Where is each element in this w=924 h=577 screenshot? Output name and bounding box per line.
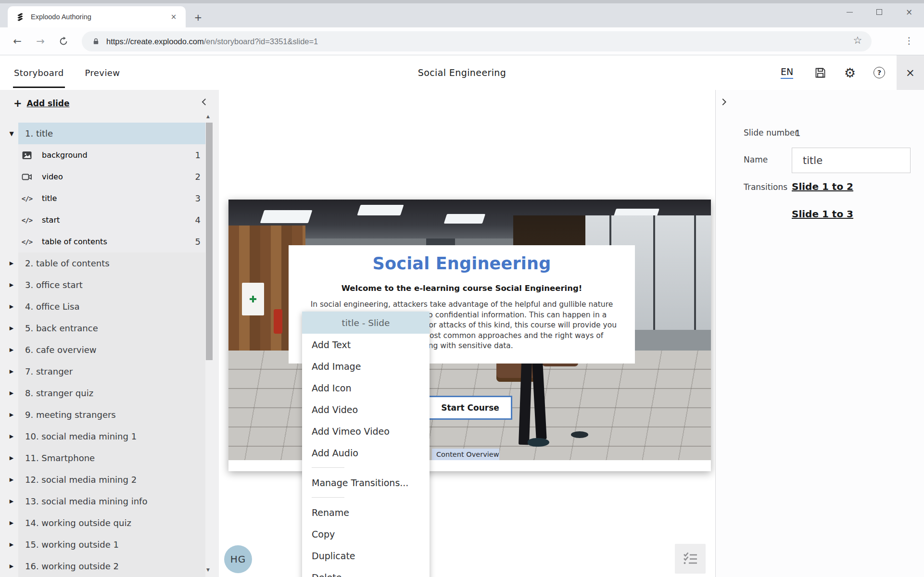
slide-item[interactable]: ▶11. Smartphone [18, 447, 205, 469]
sidebar-scrollbar-thumb[interactable] [206, 123, 213, 360]
element-row-video[interactable]: video 2 [18, 166, 205, 188]
menu-item-add-vimeo-video[interactable]: Add Vimeo Video [302, 420, 430, 442]
element-row-title[interactable]: </> title 3 [18, 188, 205, 209]
slide-item[interactable]: ▶8. stranger quiz [18, 382, 205, 404]
slide-item[interactable]: ▶2. table of contents [18, 252, 205, 274]
user-avatar[interactable]: HG [224, 545, 252, 573]
forward-button[interactable]: → [33, 34, 48, 49]
slide-item[interactable]: ▶16. working outside 2 [18, 555, 205, 577]
slide-item[interactable]: ▶14. working outside quiz [18, 512, 205, 534]
window-close-button[interactable]: × [894, 4, 924, 20]
element-row-background[interactable]: background 1 [18, 144, 205, 166]
caret-right-icon[interactable]: ▶ [7, 433, 16, 439]
sidebar-collapse-button[interactable] [199, 97, 212, 109]
slide-item[interactable]: ▶15. working outside 1 [18, 534, 205, 555]
scroll-up-icon[interactable]: ▲ [206, 114, 210, 119]
caret-right-icon[interactable]: ▶ [7, 477, 16, 483]
slide-context-menu: title - Slide Add Text Add Image Add Ico… [302, 312, 430, 577]
menu-item-add-icon[interactable]: Add Icon [302, 377, 430, 399]
video-icon [21, 171, 33, 183]
help-button[interactable]: ? [872, 55, 886, 90]
menu-item-add-image[interactable]: Add Image [302, 355, 430, 377]
language-switcher[interactable]: EN [777, 55, 797, 90]
caret-right-icon[interactable]: ▶ [7, 498, 16, 504]
menu-item-add-video[interactable]: Add Video [302, 399, 430, 420]
transitions-label: Transitions [744, 182, 787, 192]
element-row-table-of-contents[interactable]: </> table of contents 5 [18, 231, 205, 252]
content-overview-label: Content Overview [436, 451, 499, 458]
caret-right-icon[interactable]: ▶ [7, 412, 16, 418]
slide-name-input[interactable] [792, 148, 911, 173]
browser-menu-icon[interactable]: ⋮ [902, 33, 916, 48]
transition-link-1-to-2[interactable]: Slide 1 to 2 [792, 181, 853, 192]
slide-item-label: 9. meeting strangers [25, 410, 116, 420]
tab-storyboard[interactable]: Storyboard [13, 57, 65, 88]
settings-button[interactable]: ⚙ [843, 55, 857, 90]
tab-title: Exploodo Authoring [31, 13, 168, 21]
slide-1-elements: background 1 video 2 </> title 3 </> sta… [18, 144, 205, 252]
caret-right-icon[interactable]: ▶ [7, 303, 16, 310]
slide-item[interactable]: ▶9. meeting strangers [18, 404, 205, 426]
content-overview-tab[interactable]: Content Overview [432, 449, 499, 460]
slide-item[interactable]: ▶4. office Lisa [18, 296, 205, 317]
slide-preview[interactable]: Social Engineering Welcome to the e-lear… [228, 200, 711, 471]
bookmark-star-icon[interactable]: ☆ [850, 33, 865, 48]
start-course-button[interactable]: Start Course [428, 396, 512, 420]
slide-item-1-title-selected[interactable]: ▼ 1. title [18, 123, 205, 144]
caret-right-icon[interactable]: ▶ [7, 282, 16, 288]
lock-icon[interactable] [92, 38, 100, 45]
checklist-button[interactable] [675, 544, 706, 574]
reload-button[interactable] [56, 34, 71, 49]
slide-item[interactable]: ▶10. social media mining 1 [18, 426, 205, 447]
tab-preview[interactable]: Preview [84, 57, 121, 88]
panel-expand-button[interactable] [719, 97, 730, 108]
back-button[interactable]: ← [10, 34, 25, 49]
url-text: https://create.exploodo.com/en/storyboar… [106, 37, 318, 46]
element-label: table of contents [42, 237, 107, 246]
element-row-start[interactable]: </> start 4 [18, 209, 205, 231]
caret-right-icon[interactable]: ▶ [7, 260, 16, 266]
slide-item[interactable]: ▶3. office start [18, 274, 205, 296]
add-slide-button[interactable]: + Add slide [13, 98, 70, 109]
tab-close-icon[interactable]: × [168, 12, 179, 22]
slide-item[interactable]: ▶5. back entrance [18, 317, 205, 339]
window-top-edge [0, 0, 924, 3]
element-label: background [42, 151, 88, 160]
transition-link-1-to-3[interactable]: Slide 1 to 3 [792, 208, 853, 220]
caret-right-icon[interactable]: ▶ [7, 347, 16, 353]
start-course-label: Start Course [441, 403, 499, 413]
save-button[interactable] [813, 55, 827, 90]
menu-item-copy[interactable]: Copy [302, 523, 430, 545]
caret-right-icon[interactable]: ▶ [7, 520, 16, 526]
slide-item[interactable]: ▶13. social media mining info [18, 490, 205, 512]
caret-right-icon[interactable]: ▶ [7, 368, 16, 375]
menu-item-manage-transitions[interactable]: Manage Transitions... [302, 472, 430, 493]
browser-tab[interactable]: Exploodo Authoring × [8, 6, 186, 27]
new-tab-button[interactable]: + [191, 11, 205, 24]
add-slide-label: Add slide [27, 99, 70, 108]
menu-item-add-text[interactable]: Add Text [302, 334, 430, 355]
caret-right-icon[interactable]: ▶ [7, 325, 16, 331]
menu-item-add-audio[interactable]: Add Audio [302, 442, 430, 464]
minimize-icon [847, 12, 853, 13]
slide-item[interactable]: ▶12. social media mining 2 [18, 469, 205, 490]
window-maximize-button[interactable] [864, 4, 894, 20]
scroll-down-icon[interactable]: ▼ [206, 567, 210, 572]
slide-background-photo[interactable]: Social Engineering Welcome to the e-lear… [228, 200, 711, 460]
storyboard-sidebar: + Add slide ▼ 1. title background 1 [0, 90, 219, 577]
caret-right-icon[interactable]: ▶ [7, 563, 16, 569]
caret-right-icon[interactable]: ▶ [7, 455, 16, 461]
app-close-button[interactable]: × [897, 55, 924, 90]
caret-right-icon[interactable]: ▶ [7, 390, 16, 396]
address-bar[interactable]: https://create.exploodo.com/en/storyboar… [82, 31, 872, 51]
menu-item-delete[interactable]: Delete [302, 566, 430, 577]
slide-item[interactable]: ▶7. stranger [18, 361, 205, 382]
menu-item-rename[interactable]: Rename [302, 502, 430, 523]
window-minimize-button[interactable] [835, 4, 864, 20]
slide-item[interactable]: ▶6. cafe overview [18, 339, 205, 361]
caret-right-icon[interactable]: ▶ [7, 541, 16, 548]
code-icon: </> [21, 214, 33, 226]
menu-item-duplicate[interactable]: Duplicate [302, 545, 430, 566]
caret-down-icon[interactable]: ▼ [7, 130, 16, 137]
help-icon: ? [873, 67, 885, 78]
